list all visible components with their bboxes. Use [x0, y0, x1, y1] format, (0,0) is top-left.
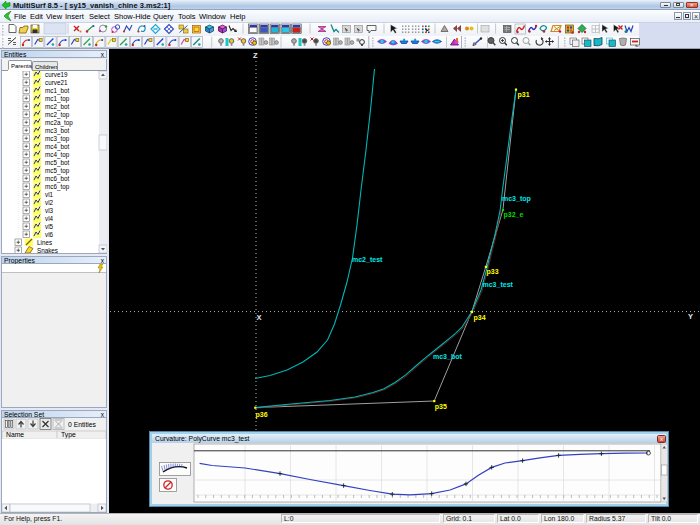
svg-text:mc1_top: mc1_top — [45, 95, 70, 103]
svg-text:vl4: vl4 — [45, 215, 54, 222]
svg-text:mc3_bot: mc3_bot — [433, 353, 462, 360]
svg-text:p33: p33 — [487, 268, 499, 276]
svg-text:mc3_bot: mc3_bot — [45, 127, 69, 135]
svg-text:mc2_top: mc2_top — [45, 111, 70, 119]
svg-text:mc3_top: mc3_top — [502, 195, 531, 203]
svg-text:mc4_bot: mc4_bot — [45, 143, 69, 151]
svg-text:mc3_test: mc3_test — [483, 281, 514, 288]
svg-text:vl5: vl5 — [45, 223, 54, 230]
svg-text:mc3_top: mc3_top — [45, 135, 70, 143]
svg-text:mc6_bot: mc6_bot — [45, 175, 69, 183]
svg-text:p34: p34 — [474, 314, 486, 322]
svg-text:mc2_bot: mc2_bot — [45, 103, 69, 111]
svg-text:Name: Name — [6, 431, 24, 438]
svg-text:mc2_test: mc2_test — [352, 256, 383, 263]
svg-text:0 Entities: 0 Entities — [68, 421, 97, 428]
svg-text:curve21: curve21 — [45, 79, 68, 86]
svg-text:Snakes: Snakes — [37, 247, 58, 254]
svg-text:Lines: Lines — [37, 239, 52, 246]
svg-text:p31: p31 — [518, 91, 530, 99]
svg-text:Type: Type — [61, 431, 76, 439]
svg-text:mc5_top: mc5_top — [45, 167, 70, 175]
svg-text:mc2a_top: mc2a_top — [45, 119, 73, 127]
svg-text:mc4_top: mc4_top — [45, 151, 70, 159]
svg-text:vl1: vl1 — [45, 191, 54, 198]
svg-text:p32_e: p32_e — [504, 211, 524, 219]
svg-text:mc1_bot: mc1_bot — [45, 87, 69, 95]
svg-text:vl2: vl2 — [45, 199, 54, 206]
svg-text:mc6_top: mc6_top — [45, 183, 70, 191]
svg-text:X: X — [257, 313, 262, 322]
svg-text:mc5_bot: mc5_bot — [45, 159, 69, 167]
svg-text:vl3: vl3 — [45, 207, 54, 214]
svg-text:p36: p36 — [256, 411, 268, 419]
svg-text:vl6: vl6 — [45, 231, 54, 238]
svg-text:Z: Z — [253, 51, 258, 60]
svg-text:Y: Y — [688, 312, 693, 321]
svg-text:p35: p35 — [435, 403, 447, 411]
svg-text:curve19: curve19 — [45, 71, 68, 78]
